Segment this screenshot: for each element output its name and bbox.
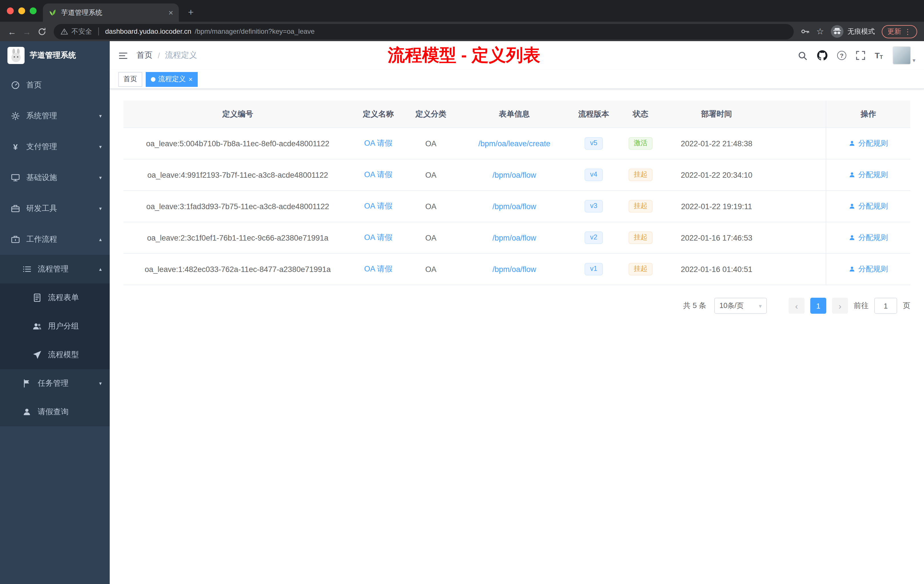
breadcrumb-current: 流程定义 bbox=[165, 50, 197, 61]
assign-rule-link[interactable]: 分配规则 bbox=[848, 233, 888, 243]
bookmark-star-icon[interactable]: ☆ bbox=[816, 26, 824, 36]
sidebar-item-workflow[interactable]: 工作流程 ▴ bbox=[0, 224, 110, 255]
new-tab-button[interactable]: + bbox=[183, 5, 198, 20]
tag-process-definition[interactable]: 流程定义 bbox=[146, 72, 198, 87]
version-tag: v3 bbox=[584, 200, 603, 212]
active-tag-dot bbox=[151, 77, 155, 81]
definition-name-link[interactable]: OA 请假 bbox=[364, 138, 392, 148]
browser-menu-icon[interactable]: ⋮ bbox=[904, 27, 911, 36]
table-row: oa_leave:5:004b710b-7b8a-11ec-8ef0-acde4… bbox=[124, 128, 910, 159]
forward-button[interactable]: → bbox=[20, 24, 34, 39]
cell-form-info: /bpm/oa/leave/create bbox=[457, 128, 571, 159]
sidebar-item-leave-query[interactable]: 请假查询 bbox=[0, 398, 110, 426]
sidebar-item-label: 系统管理 bbox=[26, 111, 93, 121]
user-icon bbox=[848, 172, 855, 178]
security-label: 不安全 bbox=[71, 26, 92, 36]
breadcrumb-home-link[interactable]: 首页 bbox=[137, 50, 153, 61]
github-icon[interactable] bbox=[817, 50, 827, 61]
assign-rule-link[interactable]: 分配规则 bbox=[848, 201, 888, 211]
definition-name-link[interactable]: OA 请假 bbox=[364, 201, 392, 211]
reload-button[interactable] bbox=[34, 24, 49, 39]
collapse-sidebar-icon[interactable] bbox=[118, 51, 128, 60]
next-page-button[interactable]: › bbox=[832, 298, 848, 314]
prev-page-button[interactable]: ‹ bbox=[789, 298, 805, 314]
assign-rule-link[interactable]: 分配规则 bbox=[848, 264, 888, 274]
page-size-value: 10条/页 bbox=[719, 301, 744, 310]
page-size-select[interactable]: 10条/页 ▾ bbox=[714, 298, 767, 314]
sidebar-item-process-manage[interactable]: 流程管理 ▴ bbox=[0, 255, 110, 284]
zoom-window-button[interactable] bbox=[30, 7, 36, 14]
cell-spacer bbox=[768, 128, 826, 159]
form-link[interactable]: /bpm/oa/flow bbox=[492, 265, 536, 274]
breadcrumb-separator: / bbox=[158, 51, 160, 60]
version-tag: v1 bbox=[584, 263, 603, 275]
help-icon[interactable] bbox=[837, 51, 846, 60]
search-icon[interactable] bbox=[798, 51, 807, 60]
sidebar-item-user-group[interactable]: 用户分组 bbox=[0, 312, 110, 341]
cell-form-info: /bpm/oa/flow bbox=[457, 222, 571, 253]
tags-view: 首页 流程定义 bbox=[110, 70, 924, 89]
version-tag: v4 bbox=[584, 168, 603, 181]
form-link[interactable]: /bpm/oa/flow bbox=[492, 202, 536, 211]
cell-spacer bbox=[768, 222, 826, 253]
browser-tab[interactable]: 芋道管理系统 × bbox=[43, 3, 179, 22]
goto-label: 前往 bbox=[854, 300, 869, 311]
app-logo[interactable]: 芋道管理系统 bbox=[0, 41, 110, 70]
incognito-icon bbox=[831, 25, 843, 38]
form-link[interactable]: /bpm/oa/leave/create bbox=[478, 139, 550, 148]
main-area: 首页 / 流程定义 流程模型 - 定义列表 bbox=[110, 41, 924, 584]
cell-spacer bbox=[768, 254, 826, 285]
goto-page-input[interactable] bbox=[874, 298, 897, 314]
tab-strip: 芋道管理系统 × + bbox=[0, 0, 924, 22]
definition-name-link[interactable]: OA 请假 bbox=[364, 170, 392, 180]
close-window-button[interactable] bbox=[7, 7, 14, 14]
sidebar-item-label: 流程表单 bbox=[48, 292, 102, 303]
url-divider bbox=[98, 27, 99, 35]
sidebar-item-task-manage[interactable]: 任务管理 ▾ bbox=[0, 369, 110, 398]
tag-close-icon[interactable] bbox=[188, 76, 193, 82]
sidebar-item-process-model[interactable]: 流程模型 bbox=[0, 341, 110, 369]
page-annotation: 流程模型 - 定义列表 bbox=[388, 44, 540, 67]
font-size-icon[interactable] bbox=[875, 51, 883, 60]
browser-update-button[interactable]: 更新 ⋮ bbox=[882, 25, 917, 38]
chevron-up-icon: ▴ bbox=[99, 266, 102, 272]
header-actions: ▾ bbox=[798, 46, 916, 64]
avatar[interactable] bbox=[893, 46, 911, 64]
chevron-down-icon: ▾ bbox=[99, 175, 102, 181]
col-status: 状态 bbox=[616, 101, 665, 127]
tab-close-icon[interactable]: × bbox=[168, 8, 173, 16]
table-header-row: 定义编号 定义名称 定义分类 表单信息 流程版本 状态 部署时间 操作 bbox=[124, 101, 910, 128]
cell-version: v3 bbox=[571, 191, 616, 222]
users-icon bbox=[32, 322, 42, 331]
minimize-window-button[interactable] bbox=[18, 7, 25, 14]
definition-name-link[interactable]: OA 请假 bbox=[364, 264, 392, 274]
sidebar-item-process-form[interactable]: 流程表单 bbox=[0, 284, 110, 312]
sidebar-item-home[interactable]: 首页 bbox=[0, 70, 110, 101]
gear-icon bbox=[10, 111, 21, 120]
assign-rule-link[interactable]: 分配规则 bbox=[848, 170, 888, 180]
tag-home[interactable]: 首页 bbox=[118, 72, 142, 87]
version-tag: v5 bbox=[584, 137, 603, 149]
password-key-icon[interactable] bbox=[800, 27, 809, 36]
page-number-button[interactable]: 1 bbox=[810, 298, 826, 314]
form-link[interactable]: /bpm/oa/flow bbox=[492, 171, 536, 179]
user-icon bbox=[848, 266, 855, 272]
address-bar[interactable]: 不安全 dashboard.yudao.iocoder.cn /bpm/mana… bbox=[54, 24, 794, 39]
flag-icon bbox=[22, 379, 32, 388]
user-menu[interactable]: ▾ bbox=[893, 46, 916, 64]
definition-name-link[interactable]: OA 请假 bbox=[364, 233, 392, 243]
sidebar-item-payment[interactable]: ¥ 支付管理 ▾ bbox=[0, 132, 110, 162]
cell-deploy-time: 2022-01-22 21:48:38 bbox=[665, 128, 768, 159]
caret-down-icon: ▾ bbox=[912, 57, 916, 64]
form-link[interactable]: /bpm/oa/flow bbox=[492, 233, 536, 242]
browser-window: 芋道管理系统 × + ← → 不安全 dashboard.yudao.iocod… bbox=[0, 0, 924, 584]
fullscreen-icon[interactable] bbox=[856, 51, 865, 60]
sidebar-item-infrastructure[interactable]: 基础设施 ▾ bbox=[0, 162, 110, 193]
sidebar-item-dev-tools[interactable]: 研发工具 ▾ bbox=[0, 193, 110, 224]
cell-definition-name: OA 请假 bbox=[352, 128, 404, 159]
assign-rule-link[interactable]: 分配规则 bbox=[848, 138, 888, 148]
incognito-indicator: 无痕模式 bbox=[831, 25, 875, 38]
chevron-down-icon: ▾ bbox=[99, 113, 102, 119]
sidebar-item-system[interactable]: 系统管理 ▾ bbox=[0, 101, 110, 132]
back-button[interactable]: ← bbox=[5, 24, 20, 39]
